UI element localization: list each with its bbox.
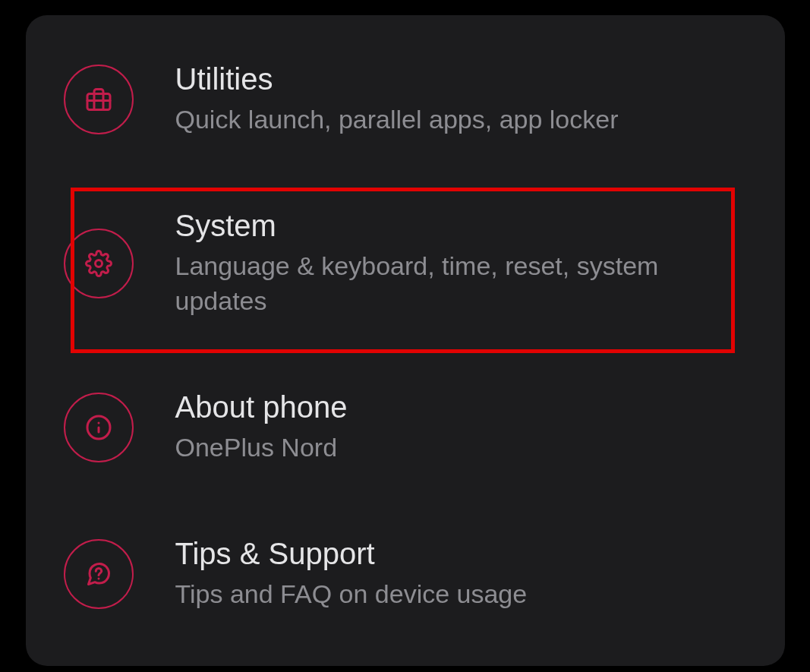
- question-icon: [64, 539, 134, 609]
- settings-item-title: About phone: [175, 390, 747, 424]
- gear-icon: [64, 229, 134, 298]
- settings-item-tips-support[interactable]: Tips & Support Tips and FAQ on device us…: [26, 520, 785, 629]
- settings-item-text: Tips & Support Tips and FAQ on device us…: [175, 537, 747, 612]
- settings-item-text: Utilities Quick launch, parallel apps, a…: [175, 62, 747, 137]
- settings-item-subtitle: Quick launch, parallel apps, app locker: [175, 103, 747, 137]
- settings-item-text: System Language & keyboard, time, reset,…: [175, 209, 747, 319]
- svg-point-2: [95, 260, 102, 267]
- settings-item-utilities[interactable]: Utilities Quick launch, parallel apps, a…: [26, 46, 785, 154]
- briefcase-icon: [64, 65, 134, 134]
- settings-item-subtitle: Tips and FAQ on device usage: [175, 577, 747, 612]
- settings-panel: Utilities Quick launch, parallel apps, a…: [26, 15, 785, 666]
- settings-item-title: Tips & Support: [175, 537, 747, 571]
- settings-item-text: About phone OnePlus Nord: [175, 390, 747, 465]
- settings-item-subtitle: Language & keyboard, time, reset, system…: [175, 249, 747, 319]
- settings-item-subtitle: OnePlus Nord: [175, 431, 747, 465]
- settings-item-title: Utilities: [175, 62, 747, 96]
- settings-item-system[interactable]: System Language & keyboard, time, reset,…: [26, 192, 785, 336]
- info-icon: [64, 393, 134, 462]
- settings-item-about-phone[interactable]: About phone OnePlus Nord: [26, 374, 785, 482]
- settings-item-title: System: [175, 209, 747, 243]
